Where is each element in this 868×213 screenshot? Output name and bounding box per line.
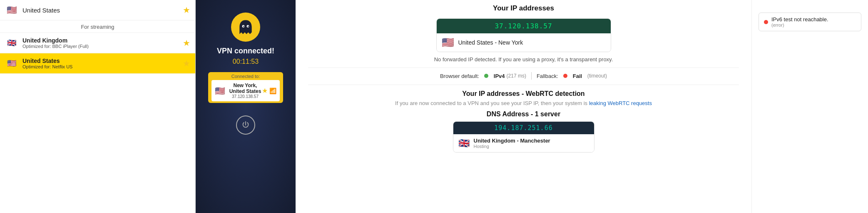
dns-flag-icon: 🇬🇧: [458, 138, 470, 149]
connected-server-star[interactable]: ★: [262, 87, 268, 95]
signal-icon: 📶: [269, 88, 276, 94]
webrtc-title: Your IP addresses - WebRTC detection: [308, 90, 739, 98]
side-widget: IPv6 test not reachable. (error): [751, 0, 868, 213]
server-list-panel: 🇺🇸 United States ★ For streaming 🇬🇧 Unit…: [0, 0, 196, 213]
ip-location-text: United States - New York: [458, 39, 523, 46]
connected-server-row[interactable]: 🇺🇸 New York, United States 37.120.138.57…: [211, 80, 280, 101]
dns-location-sub: Hosting: [474, 144, 550, 149]
vpn-status-panel: VPN connected! 00:11:53 Connected to: 🇺🇸…: [196, 0, 296, 213]
connected-server-ip: 37.120.138.57: [229, 94, 262, 99]
dns-location-name: United Kingdom - Manchester: [474, 138, 550, 144]
main-content: Your IP addresses 37.120.138.57 🇺🇸 Unite…: [296, 0, 751, 213]
uk-server-star[interactable]: ★: [183, 38, 190, 48]
ip-location-row: 🇺🇸 United States - New York: [437, 33, 611, 52]
dns-location-info: United Kingdom - Manchester Hosting: [474, 138, 550, 149]
ipv6-error-box: IPv6 test not reachable. (error): [759, 13, 861, 31]
ipv4-dot: [484, 74, 488, 78]
ipv4-ms: (217 ms): [507, 73, 526, 79]
us-server-info: United States Optimized for: Netflix US: [22, 58, 183, 69]
connected-server-info: New York, United States 37.120.138.57: [229, 83, 262, 99]
dns-location-row: 🇬🇧 United Kingdom - Manchester Hosting: [453, 134, 594, 152]
divider-1: [308, 85, 739, 85]
ip-info-panel: Your IP addresses 37.120.138.57 🇺🇸 Unite…: [296, 0, 868, 213]
protocol-separator: [531, 72, 532, 80]
top-server-item[interactable]: 🇺🇸 United States ★: [0, 0, 195, 20]
top-server-name: United States: [22, 7, 183, 14]
svg-point-3: [248, 26, 249, 27]
us-server-sub: Optimized for: Netflix US: [22, 64, 183, 69]
uk-server-info: United Kingdom Optimized for: BBC iPlaye…: [22, 37, 183, 49]
connected-to-label: Connected to:: [211, 74, 280, 79]
connected-server-flag: 🇺🇸: [215, 86, 225, 96]
ipv6-error-info: IPv6 test not reachable. (error): [771, 16, 828, 28]
webrtc-text-part1: If you are now connected to a VPN and yo…: [395, 100, 589, 106]
connected-server-name: New York, United States: [229, 83, 262, 94]
streaming-item-uk[interactable]: 🇬🇧 United Kingdom Optimized for: BBC iPl…: [0, 33, 195, 53]
top-server-flag: 🇺🇸: [5, 3, 18, 17]
ghost-logo: [231, 13, 260, 42]
fallback-dot: [563, 74, 567, 78]
dns-card: 194.187.251.66 🇬🇧 United Kingdom - Manch…: [453, 121, 594, 153]
uk-flag-icon: 🇬🇧: [5, 36, 18, 50]
ip-flag-icon: 🇺🇸: [442, 37, 454, 48]
ipv6-error-dot: [764, 20, 768, 24]
vpn-timer: 00:11:53: [233, 58, 259, 65]
ipv4-label: IPv4: [494, 73, 505, 79]
svg-point-2: [243, 26, 244, 27]
ipv6-error-text: IPv6 test not reachable.: [771, 16, 828, 23]
us-server-name: United States: [22, 58, 183, 64]
ip-address-display: 37.120.138.57: [437, 19, 611, 33]
uk-server-sub: Optimized for: BBC iPlayer (Full): [22, 44, 183, 49]
ip-section-title: Your IP addresses: [308, 4, 739, 13]
webrtc-description: If you are now connected to a VPN and yo…: [308, 100, 739, 106]
protocol-row: Browser default: IPv4 (217 ms) Fallback:…: [308, 68, 739, 80]
streaming-section-label: For streaming: [0, 20, 195, 33]
browser-default-label: Browser default:: [440, 73, 479, 79]
dns-address-display: 194.187.251.66: [453, 122, 594, 134]
no-forward-notice: No forwarded IP detected. If you are usi…: [308, 56, 739, 63]
ipv6-error-note: (error): [771, 23, 828, 28]
us-flag-icon: 🇺🇸: [5, 57, 18, 70]
uk-server-name: United Kingdom: [22, 37, 183, 44]
dns-title: DNS Address - 1 server: [308, 110, 739, 118]
us-server-star[interactable]: ★: [183, 58, 190, 68]
webrtc-link[interactable]: leaking WebRTC requests: [589, 100, 652, 106]
connected-to-box: Connected to: 🇺🇸 New York, United States…: [208, 72, 283, 103]
fail-note: (timeout): [587, 73, 607, 79]
vpn-status-label: VPN connected!: [217, 47, 274, 55]
top-server-star[interactable]: ★: [183, 5, 190, 15]
fallback-label: Fallback:: [537, 73, 558, 79]
fail-label: Fail: [573, 73, 582, 79]
ip-card: 37.120.138.57 🇺🇸 United States - New Yor…: [436, 18, 611, 52]
power-button[interactable]: [236, 115, 255, 135]
streaming-item-us[interactable]: 🇺🇸 United States Optimized for: Netflix …: [0, 53, 195, 74]
